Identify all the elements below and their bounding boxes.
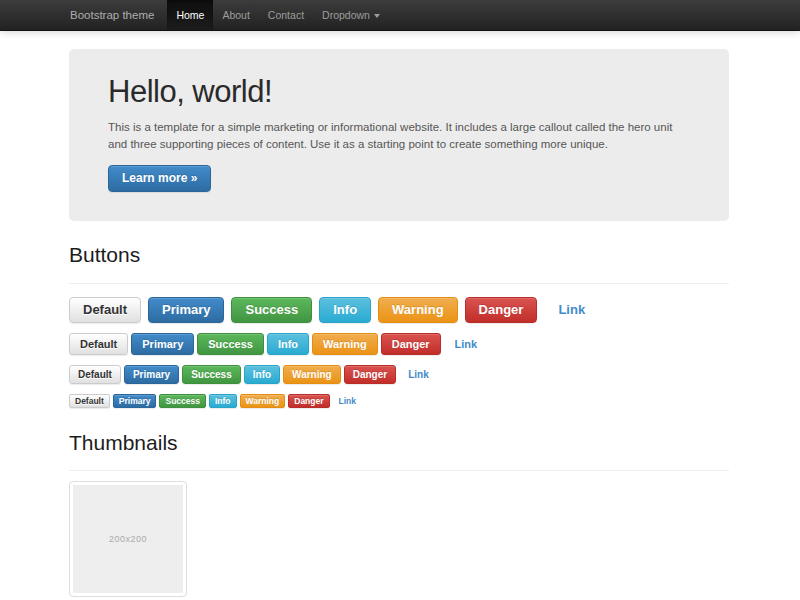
button-info-xs[interactable]: Info [209, 394, 237, 408]
button-default-md[interactable]: Default [69, 333, 128, 355]
button-danger-sm[interactable]: Danger [344, 365, 396, 384]
button-warning-sm[interactable]: Warning [283, 365, 341, 384]
learn-more-button[interactable]: Learn more » [108, 165, 211, 192]
button-warning-xs[interactable]: Warning [240, 394, 286, 408]
button-row-md: DefaultPrimarySuccessInfoWarningDangerLi… [69, 333, 729, 355]
button-info-md[interactable]: Info [267, 333, 309, 355]
button-info-lg[interactable]: Info [319, 297, 371, 323]
button-link-md[interactable]: Link [444, 333, 489, 355]
button-primary-md[interactable]: Primary [131, 333, 194, 355]
thumbnails-heading: Thumbnails [69, 432, 729, 454]
nav-item-contact[interactable]: Contact [259, 0, 313, 30]
button-danger-lg[interactable]: Danger [465, 297, 538, 323]
buttons-section-header: Buttons [69, 244, 729, 284]
button-danger-xs[interactable]: Danger [288, 394, 329, 408]
caret-down-icon [374, 14, 380, 18]
navbar-brand[interactable]: Bootstrap theme [69, 0, 167, 30]
navbar-inner: Bootstrap theme HomeAboutContactDropdown [69, 0, 389, 30]
hero-title: Hello, world! [108, 76, 691, 108]
button-rows: DefaultPrimarySuccessInfoWarningDangerLi… [69, 297, 729, 408]
button-primary-xs[interactable]: Primary [113, 394, 157, 408]
nav-item-home[interactable]: Home [167, 0, 213, 30]
button-primary-lg[interactable]: Primary [148, 297, 224, 323]
button-danger-md[interactable]: Danger [381, 333, 441, 355]
button-row-xs: DefaultPrimarySuccessInfoWarningDangerLi… [69, 394, 729, 408]
button-link-xs[interactable]: Link [333, 394, 362, 408]
button-warning-lg[interactable]: Warning [378, 297, 458, 323]
navbar: Bootstrap theme HomeAboutContactDropdown [0, 0, 800, 31]
main-content: Hello, world! This is a template for a s… [69, 49, 729, 597]
button-success-xs[interactable]: Success [159, 394, 206, 408]
hero-body: This is a template for a simple marketin… [108, 119, 691, 153]
nav-item-dropdown[interactable]: Dropdown [313, 0, 389, 30]
button-row-sm: DefaultPrimarySuccessInfoWarningDangerLi… [69, 365, 729, 384]
thumbnail: 200x200 [69, 481, 187, 597]
button-warning-md[interactable]: Warning [312, 333, 378, 355]
button-success-lg[interactable]: Success [231, 297, 312, 323]
button-success-md[interactable]: Success [197, 333, 264, 355]
button-link-sm[interactable]: Link [399, 365, 438, 384]
buttons-heading: Buttons [69, 244, 729, 266]
button-link-lg[interactable]: Link [544, 297, 599, 323]
button-success-sm[interactable]: Success [182, 365, 241, 384]
hero-unit: Hello, world! This is a template for a s… [69, 49, 729, 221]
navbar-menu: HomeAboutContactDropdown [167, 0, 389, 30]
button-row-lg: DefaultPrimarySuccessInfoWarningDangerLi… [69, 297, 729, 323]
button-primary-sm[interactable]: Primary [124, 365, 179, 384]
thumbnails-section-header: Thumbnails [69, 432, 729, 471]
placeholder-image: 200x200 [73, 485, 183, 593]
button-default-lg[interactable]: Default [69, 297, 141, 323]
button-info-sm[interactable]: Info [244, 365, 280, 384]
button-default-xs[interactable]: Default [69, 394, 110, 408]
button-default-sm[interactable]: Default [69, 365, 121, 384]
nav-item-about[interactable]: About [213, 0, 258, 30]
